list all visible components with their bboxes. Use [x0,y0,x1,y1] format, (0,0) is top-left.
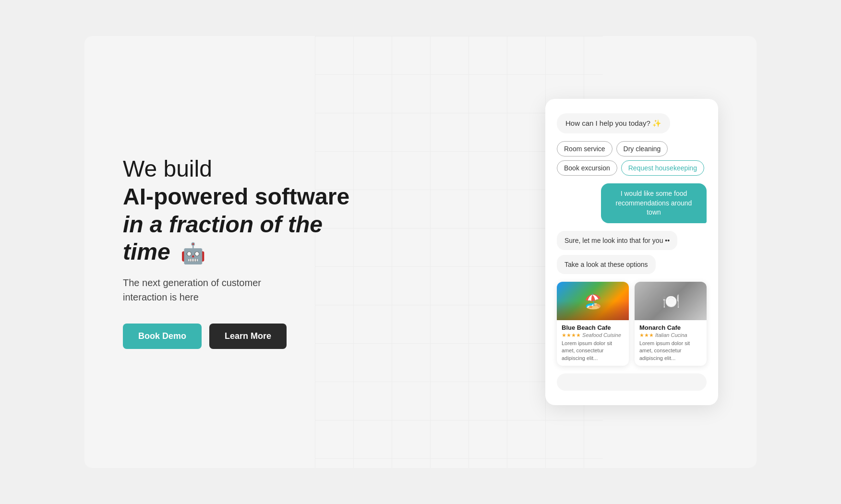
monarch-cuisine: Italian Cucina [655,332,687,338]
chat-question: How can I help you today? ✨ [557,113,670,133]
bot-response-2: Take a look at these options [557,255,656,274]
chip-request-housekeeping[interactable]: Request housekeeping [621,160,704,176]
hero-section: We build AI-powered software in a fracti… [123,155,372,348]
blue-beach-desc: Lorem ipsum dolor sit amet, consectetur … [562,340,624,362]
blue-beach-name: Blue Beach Cafe [562,324,624,331]
hero-subtitle: The next generation of customer interact… [123,276,296,304]
monarch-name: Monarch Cafe [639,324,702,331]
learn-more-button[interactable]: Learn More [209,324,287,349]
title-line3: in a fraction of the time [123,212,323,265]
blue-beach-cuisine: Seafood Cuisine [582,332,621,338]
chip-book-excursion[interactable]: Book excursion [557,160,617,176]
page-wrapper: We build AI-powered software in a fracti… [84,36,757,468]
cafe-card-blue-beach[interactable]: Blue Beach Cafe ★★★★ Seafood Cuisine Lor… [557,282,629,366]
user-bubble-wrapper: I would like some food recommendations a… [557,183,707,231]
chat-input-area[interactable] [557,373,707,391]
chat-panel: How can I help you today? ✨ Room service… [545,99,718,405]
chip-room-service[interactable]: Room service [557,141,613,156]
monarch-image [635,282,707,320]
title-line2: AI-powered software [123,184,349,209]
book-demo-button[interactable]: Book Demo [123,324,202,349]
robot-emoji: 🤖 [180,241,205,265]
chat-chips: Room service Dry cleaning Book excursion… [557,141,707,176]
blue-beach-stars: ★★★★ Seafood Cuisine [562,332,624,338]
monarch-stars: ★★★ Italian Cucina [639,332,702,338]
monarch-desc: Lorem ipsum dolor sit amet, consectetur … [639,340,702,362]
hero-title: We build AI-powered software in a fracti… [123,155,372,265]
chip-dry-cleaning[interactable]: Dry cleaning [616,141,668,156]
blue-beach-image [557,282,629,320]
cafe-cards: Blue Beach Cafe ★★★★ Seafood Cuisine Lor… [557,282,707,366]
bot-response-1: Sure, let me look into that for you •• [557,231,677,250]
hero-buttons: Book Demo Learn More [123,324,372,349]
blue-beach-body: Blue Beach Cafe ★★★★ Seafood Cuisine Lor… [557,320,629,366]
title-line1: We build [123,156,212,181]
cafe-card-monarch[interactable]: Monarch Cafe ★★★ Italian Cucina Lorem ip… [635,282,707,366]
user-message: I would like some food recommendations a… [601,183,707,223]
monarch-body: Monarch Cafe ★★★ Italian Cucina Lorem ip… [635,320,707,366]
